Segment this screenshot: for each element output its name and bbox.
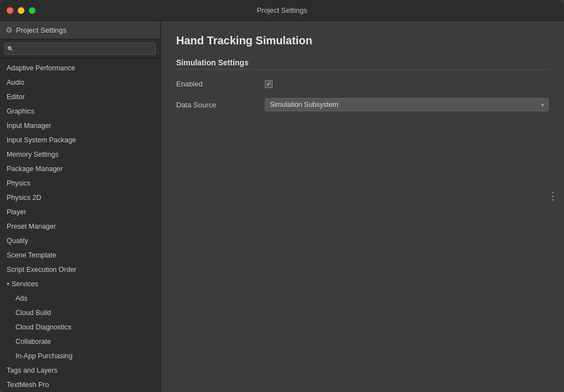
sidebar-item-package-manager[interactable]: Package Manager bbox=[0, 162, 160, 176]
sidebar-nav: Adaptive PerformanceAudioEditorGraphicsI… bbox=[0, 59, 160, 392]
sidebar-item-player[interactable]: Player bbox=[0, 205, 160, 219]
sidebar-item-cloud-diagnostics[interactable]: Cloud Diagnostics bbox=[0, 320, 160, 334]
sidebar-item-scene-template[interactable]: Scene Template bbox=[0, 248, 160, 262]
sidebar-item-memory-settings[interactable]: Memory Settings bbox=[0, 147, 160, 162]
main-layout: ⚙ Project Settings ⋮ Adaptive Performanc… bbox=[0, 21, 564, 392]
settings-row-data-source: Data SourceSimulation SubsystemControlle… bbox=[176, 96, 548, 114]
sidebar-item-physics-2d[interactable]: Physics 2D bbox=[0, 190, 160, 205]
sidebar-item-collaborate[interactable]: Collaborate bbox=[0, 334, 160, 349]
page-title: Hand Tracking Simulation bbox=[176, 34, 548, 47]
gear-icon: ⚙ bbox=[6, 25, 13, 34]
sidebar-item-physics[interactable]: Physics bbox=[0, 176, 160, 190]
sidebar-item-in-app-purchasing[interactable]: In-App Purchasing bbox=[0, 349, 160, 363]
settings-label-enabled: Enabled bbox=[176, 80, 265, 88]
dropdown-data-source[interactable]: Simulation SubsystemControllerOther bbox=[265, 98, 548, 111]
window-title: Project Settings bbox=[257, 6, 307, 14]
search-wrapper bbox=[4, 43, 156, 55]
settings-value-enabled: ✓ bbox=[265, 80, 548, 88]
title-bar: Project Settings bbox=[0, 0, 564, 21]
sidebar-search-container bbox=[0, 39, 160, 59]
sidebar-item-preset-manager[interactable]: Preset Manager bbox=[0, 219, 160, 234]
checkbox-enabled[interactable]: ✓ bbox=[265, 80, 273, 88]
sidebar-header-title: Project Settings bbox=[16, 26, 66, 34]
settings-value-data-source: Simulation SubsystemControllerOther▾ bbox=[265, 98, 548, 111]
search-input[interactable] bbox=[4, 43, 156, 55]
sidebar-item-services[interactable]: Services bbox=[0, 277, 160, 291]
maximize-button[interactable] bbox=[29, 7, 35, 14]
close-button[interactable] bbox=[7, 7, 13, 14]
sidebar-item-editor[interactable]: Editor bbox=[0, 90, 160, 104]
dropdown-wrapper-data-source: Simulation SubsystemControllerOther▾ bbox=[265, 98, 548, 111]
content-area: Hand Tracking Simulation Simulation Sett… bbox=[161, 21, 564, 392]
settings-label-data-source: Data Source bbox=[176, 101, 265, 109]
sidebar-item-input-manager[interactable]: Input Manager bbox=[0, 118, 160, 133]
minimize-button[interactable] bbox=[18, 7, 24, 14]
sidebar-item-audio[interactable]: Audio bbox=[0, 75, 160, 90]
sidebar-item-quality[interactable]: Quality bbox=[0, 234, 160, 248]
sidebar-item-cloud-build[interactable]: Cloud Build bbox=[0, 306, 160, 320]
settings-row-enabled: Enabled✓ bbox=[176, 78, 548, 90]
sidebar-item-script-execution-order[interactable]: Script Execution Order bbox=[0, 262, 160, 277]
sidebar-header: ⚙ Project Settings ⋮ bbox=[0, 21, 160, 39]
sidebar-item-tags-and-layers[interactable]: Tags and Layers bbox=[0, 363, 160, 378]
sidebar-item-input-system-package[interactable]: Input System Package bbox=[0, 133, 160, 147]
sidebar-item-ads[interactable]: Ads bbox=[0, 291, 160, 306]
sidebar-item-textmesh-pro[interactable]: TextMesh Pro bbox=[0, 378, 160, 392]
traffic-lights bbox=[7, 7, 35, 14]
settings-rows: Enabled✓Data SourceSimulation SubsystemC… bbox=[176, 78, 548, 114]
section-title: Simulation Settings bbox=[176, 58, 548, 70]
sidebar-item-graphics[interactable]: Graphics bbox=[0, 104, 160, 118]
sidebar-item-adaptive-performance[interactable]: Adaptive Performance bbox=[0, 61, 160, 75]
sidebar: ⚙ Project Settings ⋮ Adaptive Performanc… bbox=[0, 21, 161, 392]
